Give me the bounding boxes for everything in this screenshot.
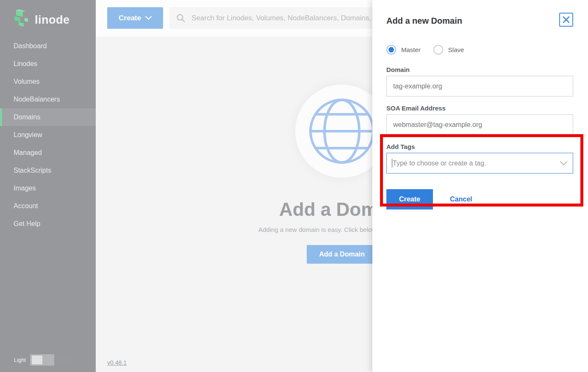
radio-master[interactable]: Master xyxy=(386,45,421,55)
text-cursor xyxy=(392,159,392,168)
version-link[interactable]: v0.48.1 xyxy=(107,359,127,366)
add-domain-drawer: Add a new Domain Master Slave Domain SOA… xyxy=(372,0,588,372)
sidebar-item-domains[interactable]: Domains xyxy=(0,108,96,126)
sidebar-item-linodes[interactable]: Linodes xyxy=(0,55,96,73)
theme-dark-label: Dark xyxy=(58,357,70,363)
domain-type-radio-group: Master Slave xyxy=(386,45,573,55)
domain-input[interactable] xyxy=(386,76,573,96)
app-window: linode Dashboard Linodes Volumes NodeBal… xyxy=(0,0,588,372)
drawer-title: Add a new Domain xyxy=(386,13,462,26)
drawer-close-button[interactable] xyxy=(559,13,573,27)
soa-email-field-label: SOA Email Address xyxy=(386,105,573,112)
sidebar-item-dashboard[interactable]: Dashboard xyxy=(0,37,96,55)
sidebar: linode Dashboard Linodes Volumes NodeBal… xyxy=(0,0,96,372)
domain-field-label: Domain xyxy=(386,66,573,73)
tags-input[interactable] xyxy=(386,153,573,174)
radio-slave[interactable]: Slave xyxy=(433,45,464,55)
chevron-down-icon xyxy=(145,16,152,20)
radio-slave-label: Slave xyxy=(448,46,464,53)
sidebar-nav: Dashboard Linodes Volumes NodeBalancers … xyxy=(0,37,96,233)
add-a-domain-button[interactable]: Add a Domain xyxy=(307,245,377,264)
create-menu-label: Create xyxy=(119,14,141,22)
sidebar-item-account[interactable]: Account xyxy=(0,197,96,215)
linode-logo[interactable]: linode xyxy=(0,0,96,30)
soa-email-input[interactable] xyxy=(386,114,573,135)
sidebar-item-stackscripts[interactable]: StackScripts xyxy=(0,162,96,179)
search-icon xyxy=(176,14,186,23)
globe-icon xyxy=(308,97,376,165)
sidebar-item-nodebalancers[interactable]: NodeBalancers xyxy=(0,91,96,108)
sidebar-item-images[interactable]: Images xyxy=(0,179,96,197)
drawer-header: Add a new Domain xyxy=(386,13,573,27)
radio-master-control xyxy=(386,45,396,55)
sidebar-item-get-help[interactable]: Get Help xyxy=(0,215,96,233)
drawer-create-button[interactable]: Create xyxy=(386,189,433,209)
add-tags-field-label: Add Tags xyxy=(386,143,573,150)
radio-master-dot xyxy=(388,47,394,52)
theme-light-label: Light xyxy=(14,357,26,363)
radio-slave-control xyxy=(433,45,443,55)
radio-master-label: Master xyxy=(401,46,421,53)
linode-logo-icon xyxy=(13,9,30,30)
theme-toggle-knob xyxy=(32,355,42,364)
create-menu-button[interactable]: Create xyxy=(107,7,163,29)
tags-combobox xyxy=(386,153,573,174)
drawer-cancel-button[interactable]: Cancel xyxy=(450,196,472,203)
theme-toggle-switch[interactable] xyxy=(30,354,54,366)
theme-toggle-row: Light Dark xyxy=(0,347,96,372)
drawer-actions: Create Cancel xyxy=(386,189,573,209)
sidebar-item-volumes[interactable]: Volumes xyxy=(0,73,96,91)
close-icon xyxy=(563,16,570,23)
tags-chevron-down-icon[interactable] xyxy=(560,161,567,165)
sidebar-item-longview[interactable]: Longview xyxy=(0,126,96,144)
sidebar-item-managed[interactable]: Managed xyxy=(0,144,96,162)
linode-logo-text: linode xyxy=(35,14,70,27)
